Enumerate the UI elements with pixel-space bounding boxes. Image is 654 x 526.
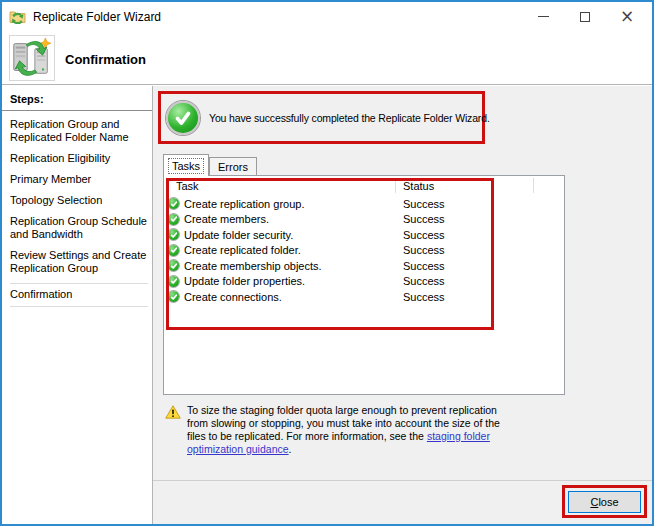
replication-servers-icon bbox=[9, 35, 55, 81]
task-cell: Create replicated folder. bbox=[184, 244, 301, 256]
sidebar-item-primary-member: Primary Member bbox=[10, 173, 148, 186]
warning-icon bbox=[165, 405, 181, 419]
status-cell: Success bbox=[403, 291, 445, 303]
success-check-icon bbox=[168, 245, 179, 256]
table-row[interactable]: Create replicated folder. Success bbox=[164, 243, 564, 259]
maximize-icon bbox=[580, 12, 590, 22]
status-cell: Success bbox=[403, 198, 445, 210]
warning-text-after: . bbox=[289, 443, 292, 455]
task-cell: Create connections. bbox=[184, 291, 282, 303]
column-divider bbox=[533, 178, 534, 193]
column-header-status[interactable]: Status bbox=[403, 180, 434, 192]
close-window-button[interactable]: × bbox=[606, 2, 648, 31]
task-cell: Update folder properties. bbox=[184, 275, 305, 287]
window-controls: × bbox=[522, 2, 648, 31]
steps-heading: Steps: bbox=[2, 86, 152, 111]
steps-sidebar: Steps: Replication Group and Replicated … bbox=[2, 86, 153, 524]
table-row[interactable]: Create connections. Success bbox=[164, 289, 564, 305]
sidebar-item-replication-group-and-folder-name: Replication Group and Replicated Folder … bbox=[10, 118, 148, 144]
annotation-rect-close-button: Close bbox=[562, 485, 647, 518]
table-row[interactable]: Create members. Success bbox=[164, 212, 564, 228]
minimize-button[interactable] bbox=[522, 2, 564, 31]
sidebar-item-confirmation: Confirmation bbox=[10, 283, 148, 307]
page-title: Confirmation bbox=[65, 52, 146, 67]
table-row[interactable]: Create membership objects. Success bbox=[164, 258, 564, 274]
close-button-label: lose bbox=[598, 496, 618, 508]
status-cell: Success bbox=[403, 213, 445, 225]
success-check-icon bbox=[168, 198, 179, 209]
sidebar-item-schedule-and-bandwidth: Replication Group Schedule and Bandwidth bbox=[10, 215, 148, 241]
minimize-icon bbox=[538, 16, 549, 17]
maximize-button[interactable] bbox=[564, 2, 606, 31]
sidebar-item-review-settings: Review Settings and Create Replication G… bbox=[10, 249, 148, 275]
staging-warning: To size the staging folder quota large e… bbox=[159, 404, 505, 456]
sidebar-item-topology-selection: Topology Selection bbox=[10, 194, 148, 207]
success-check-icon bbox=[168, 276, 179, 287]
button-bar-divider bbox=[153, 480, 652, 481]
status-cell: Success bbox=[403, 229, 445, 241]
warning-text: To size the staging folder quota large e… bbox=[187, 404, 505, 456]
close-button[interactable]: Close bbox=[568, 491, 641, 513]
wizard-header: Confirmation bbox=[2, 31, 652, 85]
task-cell: Create members. bbox=[184, 213, 269, 225]
tab-errors[interactable]: Errors bbox=[209, 157, 257, 176]
success-check-icon bbox=[168, 214, 179, 225]
tab-tasks[interactable]: Tasks bbox=[163, 154, 209, 176]
status-cell: Success bbox=[403, 260, 445, 272]
column-header-task[interactable]: Task bbox=[176, 180, 199, 192]
sidebar-item-replication-eligibility: Replication Eligibility bbox=[10, 152, 148, 165]
task-list[interactable]: Task Status Create replication group. Su… bbox=[163, 175, 565, 395]
task-cell: Create membership objects. bbox=[184, 260, 322, 272]
annotation-rect-success-banner: You have successfully completed the Repl… bbox=[158, 91, 485, 144]
task-cell: Create replication group. bbox=[184, 198, 304, 210]
close-icon: × bbox=[620, 8, 634, 25]
success-check-icon bbox=[168, 260, 179, 271]
success-check-icon bbox=[168, 291, 179, 302]
tab-errors-label: Errors bbox=[218, 161, 248, 173]
status-cell: Success bbox=[403, 244, 445, 256]
replicate-folder-wizard-window: Replicate Folder Wizard × C bbox=[0, 0, 654, 526]
task-cell: Update folder security. bbox=[184, 229, 293, 241]
table-row[interactable]: Update folder security. Success bbox=[164, 227, 564, 243]
status-cell: Success bbox=[403, 275, 445, 287]
success-message: You have successfully completed the Repl… bbox=[209, 112, 490, 124]
steps-list: Replication Group and Replicated Folder … bbox=[2, 111, 152, 307]
replicated-folder-icon bbox=[9, 9, 26, 24]
window-title: Replicate Folder Wizard bbox=[33, 10, 161, 24]
success-check-icon bbox=[168, 229, 179, 240]
titlebar[interactable]: Replicate Folder Wizard × bbox=[2, 2, 652, 31]
task-list-header: Task Status bbox=[164, 176, 564, 196]
table-row[interactable]: Create replication group. Success bbox=[164, 196, 564, 212]
main-panel: You have successfully completed the Repl… bbox=[153, 86, 652, 524]
tab-tasks-label: Tasks bbox=[168, 158, 204, 174]
table-row[interactable]: Update folder properties. Success bbox=[164, 274, 564, 290]
success-check-icon bbox=[166, 101, 200, 135]
column-divider bbox=[395, 178, 396, 193]
